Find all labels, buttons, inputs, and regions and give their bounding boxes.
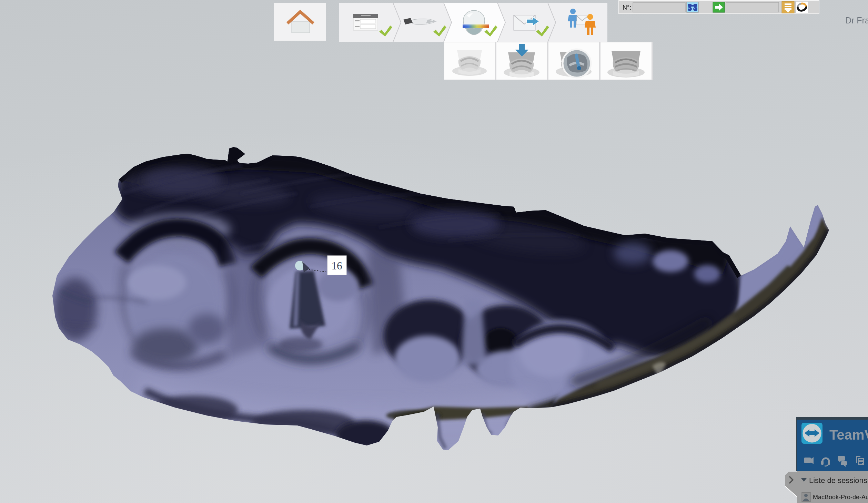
svg-text:N°:: N°: [623,4,631,11]
svg-text:Dr Fran: Dr Fran [845,16,868,25]
svg-text:TeamVi: TeamVi [829,427,868,442]
svg-text:16: 16 [332,260,342,272]
svg-text:Liste de sessions: Liste de sessions [809,476,867,485]
svg-text:MacBook-Pro-de-Audre: MacBook-Pro-de-Audre [813,494,868,501]
